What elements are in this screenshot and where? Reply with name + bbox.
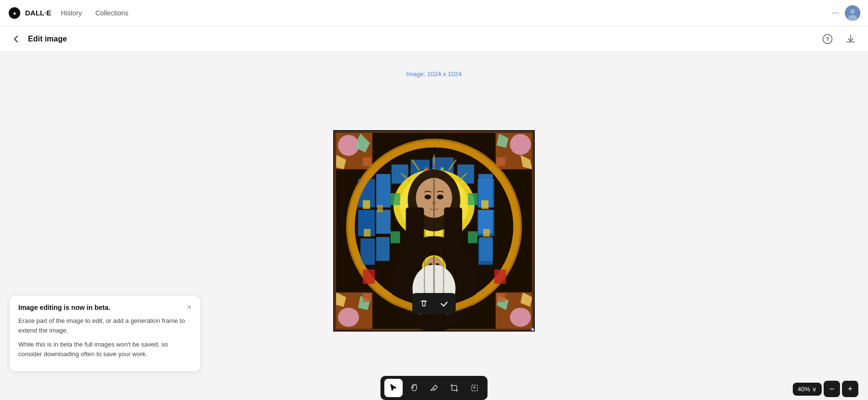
svg-rect-88 <box>391 231 400 243</box>
svg-rect-90 <box>363 269 375 284</box>
help-button[interactable]: ? <box>820 31 835 47</box>
svg-point-62 <box>433 165 435 168</box>
more-dots-icon: ··· <box>832 8 839 18</box>
svg-rect-33 <box>360 239 375 265</box>
cursor-icon <box>389 383 398 393</box>
svg-rect-34 <box>376 237 390 261</box>
zoom-chevron: ∨ <box>812 386 817 393</box>
svg-rect-32 <box>376 210 391 234</box>
eraser-tool-button[interactable] <box>425 379 443 397</box>
avatar-image <box>845 5 860 21</box>
svg-rect-92 <box>452 386 457 390</box>
svg-point-2 <box>850 9 855 14</box>
zoom-out-button[interactable]: − <box>824 381 840 397</box>
frame-icon <box>470 383 479 393</box>
zoom-dropdown[interactable]: 40% ∨ <box>793 383 822 396</box>
svg-rect-30 <box>376 174 391 207</box>
openai-logo-icon: ✦ <box>8 6 21 20</box>
svg-point-8 <box>338 135 359 156</box>
image-size-label: Image: 1024 x 1024 <box>407 70 462 78</box>
edit-header-left: Edit image <box>10 32 67 46</box>
crop-icon <box>449 383 459 393</box>
edit-page-title: Edit image <box>28 35 67 43</box>
canvas-container <box>333 130 535 332</box>
svg-rect-86 <box>391 193 400 205</box>
download-icon <box>845 34 856 44</box>
back-button[interactable] <box>10 32 23 46</box>
action-bar <box>412 293 456 314</box>
frame-tool-button[interactable] <box>465 379 484 397</box>
user-avatar[interactable] <box>845 5 860 21</box>
back-arrow-icon <box>12 34 21 44</box>
svg-rect-16 <box>497 157 505 166</box>
zoom-control: 40% ∨ − + <box>793 381 858 397</box>
check-icon <box>440 299 448 308</box>
edit-header: Edit image ? <box>0 26 868 52</box>
beta-notification-header: Image editing is now in beta. × <box>18 304 191 311</box>
beta-notification-text1: Erase part of the image to edit, or add … <box>18 316 191 335</box>
svg-rect-87 <box>468 193 477 205</box>
trash-icon <box>420 299 428 308</box>
nav-history[interactable]: History <box>55 6 88 20</box>
beta-notification-close-button[interactable]: × <box>187 304 191 311</box>
svg-rect-35 <box>363 200 370 209</box>
crop-tool-button[interactable] <box>445 379 463 397</box>
svg-rect-26 <box>497 293 505 302</box>
beta-notification: Image editing is now in beta. × Erase pa… <box>10 296 200 371</box>
select-tool-button[interactable] <box>384 379 403 397</box>
svg-rect-37 <box>364 229 370 237</box>
svg-text:?: ? <box>826 36 829 42</box>
svg-text:✦: ✦ <box>13 11 17 16</box>
delete-button[interactable] <box>414 295 434 312</box>
svg-rect-89 <box>468 231 477 243</box>
zoom-value: 40% <box>798 386 810 393</box>
minus-icon: − <box>829 384 835 394</box>
svg-point-13 <box>510 134 531 155</box>
help-circle-icon: ? <box>822 34 833 44</box>
top-nav: ✦ DALL·E History Collections ··· <box>0 0 868 26</box>
confirm-button[interactable] <box>434 295 454 312</box>
nav-more-button[interactable]: ··· <box>828 5 843 21</box>
svg-rect-21 <box>363 293 371 302</box>
resize-handle[interactable] <box>531 328 535 332</box>
svg-point-70 <box>426 196 430 199</box>
svg-point-71 <box>438 196 442 199</box>
main-canvas-area: Image: 1024 x 1024 <box>0 52 868 400</box>
svg-rect-43 <box>479 237 493 261</box>
toolbar <box>380 376 488 400</box>
app-logo[interactable]: ✦ DALL·E <box>8 6 51 20</box>
app-name: DALL·E <box>25 9 51 17</box>
beta-notification-text2: While this is in beta the full images wo… <box>18 340 191 359</box>
svg-point-63 <box>441 167 444 170</box>
beta-notification-title: Image editing is now in beta. <box>18 304 110 311</box>
svg-rect-44 <box>481 200 488 209</box>
hand-tool-button[interactable] <box>405 379 423 397</box>
hand-icon <box>409 383 419 393</box>
svg-point-61 <box>425 167 428 170</box>
svg-rect-91 <box>494 269 506 284</box>
edit-header-right: ? <box>820 31 858 47</box>
svg-rect-45 <box>483 229 490 237</box>
download-button[interactable] <box>843 31 858 47</box>
plus-icon: + <box>848 384 853 394</box>
eraser-icon <box>429 383 439 393</box>
svg-rect-36 <box>377 205 383 213</box>
svg-point-23 <box>510 307 531 327</box>
svg-point-3 <box>848 15 857 21</box>
zoom-in-button[interactable]: + <box>842 381 858 397</box>
svg-rect-11 <box>363 157 371 166</box>
nav-collections[interactable]: Collections <box>90 6 134 20</box>
svg-point-18 <box>338 307 359 327</box>
